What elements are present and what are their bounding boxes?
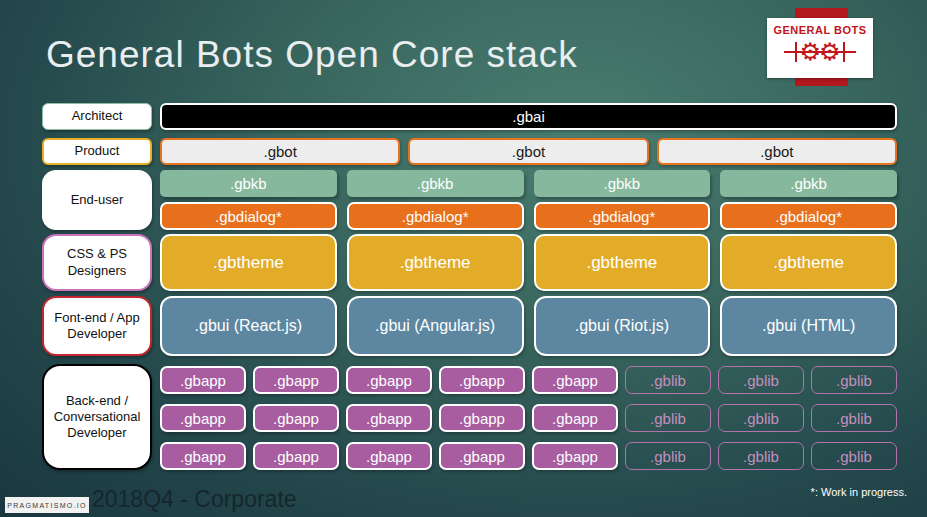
stack-box-gbapp: .gbapp	[346, 366, 432, 394]
role-label-css-ps-designers: CSS & PS Designers	[42, 234, 152, 291]
row-gbtheme: .gbtheme .gbtheme .gbtheme .gbtheme	[160, 234, 897, 291]
stack-box-gblib: .gblib	[811, 442, 897, 470]
stack-box-gbdialog: .gbdialog*	[534, 202, 711, 230]
stack-box-gbapp: .gbapp	[253, 442, 339, 470]
stack-box-gbapp: .gbapp	[160, 366, 246, 394]
stack-box-gbapp: .gbapp	[439, 366, 525, 394]
stack-box-gbapp: .gbapp	[532, 366, 618, 394]
footer-edition-text: 2018Q4 - Corporate	[92, 486, 297, 513]
stack-box-gbapp: .gbapp	[439, 404, 525, 432]
role-label-end-user: End-user	[42, 170, 152, 230]
stack-box-gbot: .gbot	[657, 138, 897, 165]
role-label-backend-conversational-developer: Back-end / Conversational Developer	[42, 364, 152, 470]
role-label-architect: Architect	[42, 103, 152, 130]
stack-box-gblib: .gblib	[718, 366, 804, 394]
stack-box-gbtheme: .gbtheme	[347, 234, 524, 291]
row-gbai: .gbai	[160, 103, 897, 130]
row-gbdialog: .gbdialog* .gbdialog* .gbdialog* .gbdial…	[160, 202, 897, 230]
stack-box-gbai: .gbai	[160, 103, 897, 130]
stack-box-gbapp: .gbapp	[346, 404, 432, 432]
row-gbapp-3: .gbapp .gbapp .gbapp .gbapp .gbapp .gbli…	[160, 442, 897, 470]
stack-box-gbkb: .gbkb	[160, 170, 337, 197]
stack-box-gbkb: .gbkb	[347, 170, 524, 197]
stack-box-gbdialog: .gbdialog*	[347, 202, 524, 230]
stack-box-gbdialog: .gbdialog*	[720, 202, 897, 230]
stack-box-gbapp: .gbapp	[532, 404, 618, 432]
gears-icon: ⚙⚙	[778, 36, 862, 68]
stack-box-gbtheme: .gbtheme	[160, 234, 337, 291]
row-gbapp-2: .gbapp .gbapp .gbapp .gbapp .gbapp .gbli…	[160, 404, 897, 432]
pragmatismo-logo: PRAGMATISMO.IO	[5, 497, 89, 513]
stack-box-gbtheme: .gbtheme	[534, 234, 711, 291]
stack-box-gbui-riot: .gbui (Riot.js)	[534, 296, 711, 356]
stack-box-gbui-html: .gbui (HTML)	[720, 296, 897, 356]
stack-box-gblib: .gblib	[718, 404, 804, 432]
stack-box-gbkb: .gbkb	[534, 170, 711, 197]
stack-box-gbot: .gbot	[408, 138, 648, 165]
gear-icon: ⚙	[799, 40, 821, 64]
stack-box-gbapp: .gbapp	[253, 404, 339, 432]
stack-box-gbapp: .gbapp	[160, 442, 246, 470]
stack-box-gblib: .gblib	[811, 366, 897, 394]
logo-card: GENERAL BOTS ⚙⚙	[767, 18, 873, 78]
stack-box-gblib: .gblib	[625, 442, 711, 470]
stack-box-gblib: .gblib	[625, 366, 711, 394]
stack-box-gbapp: .gbapp	[253, 366, 339, 394]
role-label-frontend-app-developer: Font-end / App Developer	[42, 296, 152, 356]
stack-box-gblib: .gblib	[625, 404, 711, 432]
slide: General Bots Open Core stack GENERAL BOT…	[0, 0, 927, 517]
stack-box-gbui-angular: .gbui (Angular.js)	[347, 296, 524, 356]
stack-box-gbot: .gbot	[160, 138, 400, 165]
stack-box-gblib: .gblib	[718, 442, 804, 470]
stack-box-gbapp: .gbapp	[532, 442, 618, 470]
stack-box-gbapp: .gbapp	[439, 442, 525, 470]
stack-box-gbapp: .gbapp	[160, 404, 246, 432]
gear-icon: ⚙	[819, 40, 841, 64]
row-gbapp-1: .gbapp .gbapp .gbapp .gbapp .gbapp .gbli…	[160, 366, 897, 394]
logo-wordmark: GENERAL BOTS	[773, 24, 866, 36]
slide-title: General Bots Open Core stack	[46, 34, 578, 76]
gear-axle-right	[843, 42, 845, 62]
role-label-product: Product	[42, 138, 152, 165]
row-gbot: .gbot .gbot .gbot	[160, 138, 897, 165]
stack-box-gblib: .gblib	[811, 404, 897, 432]
stack-box-gbapp: .gbapp	[346, 442, 432, 470]
row-gbkb: .gbkb .gbkb .gbkb .gbkb	[160, 170, 897, 197]
stack-box-gbkb: .gbkb	[720, 170, 897, 197]
stack-box-gbtheme: .gbtheme	[720, 234, 897, 291]
row-gbui: .gbui (React.js) .gbui (Angular.js) .gbu…	[160, 296, 897, 356]
work-in-progress-note: *: Work in progress.	[811, 486, 907, 498]
stack-box-gbui-react: .gbui (React.js)	[160, 296, 337, 356]
stack-box-gbdialog: .gbdialog*	[160, 202, 337, 230]
gear-axle-left	[795, 42, 797, 62]
